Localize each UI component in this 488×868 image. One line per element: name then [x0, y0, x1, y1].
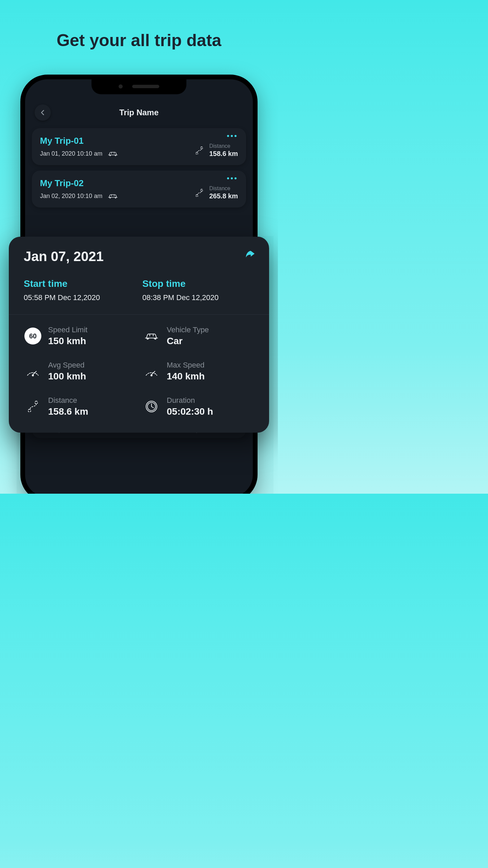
more-options-button[interactable]	[225, 133, 239, 139]
stat-value: 150 kmh	[48, 336, 87, 347]
share-button[interactable]	[244, 249, 256, 262]
divider	[9, 314, 269, 315]
trip-datetime: Jan 02, 2020 10:10 am	[40, 193, 102, 200]
stat-value: 140 kmh	[167, 371, 205, 382]
gauge-icon	[24, 362, 42, 380]
stat-label: Max Speed	[167, 361, 205, 370]
stat-label: Speed Limit	[48, 326, 87, 334]
share-icon	[244, 249, 256, 260]
stop-time-label: Stop time	[142, 278, 254, 289]
trip-card[interactable]: My Trip-01 Jan 01, 2020 10:10 am Distanc…	[32, 128, 246, 165]
trip-datetime: Jan 01, 2020 10:10 am	[40, 150, 102, 157]
distance-value: 158.6 km	[209, 150, 238, 158]
stat-duration: Duration 05:02:30 h	[142, 396, 254, 417]
start-time-label: Start time	[24, 278, 136, 289]
detail-date: Jan 07, 2021	[24, 249, 254, 264]
svg-point-0	[32, 375, 34, 376]
trip-card[interactable]: My Trip-02 Jan 02, 2020 10:10 am Distanc…	[32, 171, 246, 208]
stat-vehicle-type: Vehicle Type Car	[142, 326, 254, 347]
back-button[interactable]	[35, 104, 51, 121]
trip-name: My Trip-01	[40, 136, 119, 146]
car-icon	[142, 327, 161, 345]
header-title: Trip Name	[119, 108, 159, 117]
stat-max-speed: Max Speed 140 kmh	[142, 361, 254, 382]
stat-speed-limit: 60 Speed Limit 150 kmh	[24, 326, 136, 347]
stat-value: Car	[167, 336, 209, 347]
svg-point-1	[151, 375, 152, 376]
arrow-left-icon	[39, 109, 46, 116]
stat-value: 05:02:30 h	[167, 406, 213, 417]
speed-limit-badge-icon: 60	[24, 328, 41, 344]
page-title: Get your all trip data	[0, 31, 278, 50]
more-options-button[interactable]	[225, 175, 239, 181]
car-icon	[107, 150, 119, 158]
distance-label: Distance	[209, 143, 238, 149]
gauge-icon	[142, 362, 161, 380]
clock-icon	[142, 397, 161, 416]
stat-distance: Distance 158.6 km	[24, 396, 136, 417]
stat-label: Vehicle Type	[167, 326, 209, 334]
stat-label: Avg Speed	[48, 361, 86, 370]
car-icon	[107, 192, 119, 200]
stat-value: 100 kmh	[48, 371, 86, 382]
stop-time-value: 08:38 PM Dec 12,2020	[142, 293, 254, 302]
trip-name: My Trip-02	[40, 178, 119, 189]
stat-label: Distance	[48, 396, 88, 405]
stat-value: 158.6 km	[48, 406, 88, 417]
stat-avg-speed: Avg Speed 100 kmh	[24, 361, 136, 382]
trip-detail-panel: Jan 07, 2021 Start time 05:58 PM Dec 12,…	[9, 237, 269, 433]
route-icon	[194, 188, 204, 198]
distance-value: 265.8 km	[209, 192, 238, 200]
distance-label: Distance	[209, 185, 238, 192]
stat-label: Duration	[167, 396, 213, 405]
app-header: Trip Name	[32, 103, 246, 122]
route-icon	[24, 397, 42, 416]
route-icon	[194, 145, 204, 156]
start-time-value: 05:58 PM Dec 12,2020	[24, 293, 136, 302]
